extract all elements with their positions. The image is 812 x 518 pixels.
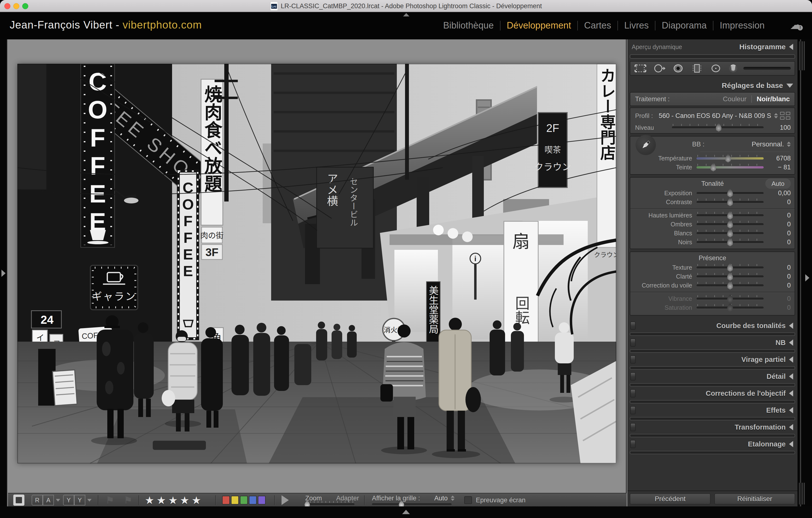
panel-collapse-icon[interactable] <box>789 407 793 414</box>
panel-split-toning[interactable]: Virage partiel <box>627 353 798 366</box>
dehaze-slider-handle[interactable] <box>727 281 733 290</box>
module-diaporama[interactable]: Diaporama <box>656 20 713 31</box>
panel-collapse-icon[interactable] <box>789 356 793 363</box>
panel-collapse-icon[interactable] <box>789 441 793 447</box>
soft-proofing-control[interactable]: Epreuvage écran <box>464 493 526 507</box>
window-titlebar[interactable]: Lrc LR-CLASSIC_CatMBP_2020.lrcat - Adobe… <box>0 0 812 12</box>
panel-grip-bottom[interactable] <box>799 483 805 505</box>
histogram-panel-header[interactable]: Aperçu dynamique Histogramme <box>627 39 798 53</box>
highlights-slider[interactable]: Hautes lumières 0 <box>630 211 794 220</box>
shadows-slider-handle[interactable] <box>727 220 733 228</box>
impromptu-slideshow-button[interactable] <box>282 493 289 507</box>
basic-panel-header[interactable]: Réglages de base <box>627 78 798 92</box>
shadows-value[interactable]: 0 <box>765 221 791 228</box>
panel-grip-top[interactable] <box>799 41 805 70</box>
color-label-blue[interactable] <box>249 496 257 505</box>
color-label-purple[interactable] <box>258 496 266 505</box>
color-label-red[interactable] <box>222 496 230 505</box>
temperature-slider[interactable]: Température 6708 <box>630 154 794 163</box>
whites-slider-handle[interactable] <box>727 229 733 238</box>
module-impression[interactable]: Impression <box>714 20 771 31</box>
dehaze-value[interactable]: 0 <box>765 282 791 289</box>
module-cartes[interactable]: Cartes <box>578 20 617 31</box>
profile-browser-icon[interactable] <box>780 112 790 120</box>
blacks-value[interactable]: 0 <box>765 239 791 246</box>
star-rating[interactable]: ★★★★★ <box>145 493 203 507</box>
panel-detail[interactable]: Détail <box>627 370 798 383</box>
auto-tone-button[interactable]: Auto <box>765 179 791 189</box>
panel-lens-corrections[interactable]: Corrections de l'objectif <box>627 387 798 400</box>
amount-slider[interactable]: Niveau 100 <box>630 122 794 133</box>
dehaze-slider[interactable]: Correction du voile 0 <box>630 281 794 290</box>
panel-calibration[interactable]: Etalonnage <box>627 437 798 451</box>
panel-toggle-icon[interactable] <box>630 406 636 414</box>
temperature-value[interactable]: 6708 <box>765 155 791 162</box>
shadows-slider[interactable]: Ombres 0 <box>630 220 794 229</box>
expand-left-panel-icon[interactable] <box>1 270 5 277</box>
graduated-filter-tool-icon[interactable] <box>691 63 703 74</box>
panel-toggle-icon[interactable] <box>630 389 636 397</box>
profile-value[interactable]: 560 - Canon EOS 6D Any - N&B 009 S <box>659 112 771 120</box>
panel-tone-curve[interactable]: Courbe des tonalités <box>627 319 798 332</box>
texture-slider-track[interactable] <box>696 267 764 269</box>
histogram-collapsed-strip[interactable] <box>630 54 795 59</box>
right-panel-edge[interactable] <box>798 39 812 507</box>
zoom-slider-track[interactable] <box>305 503 354 506</box>
whites-slider-track[interactable] <box>696 232 764 235</box>
photo-preview[interactable]: FEE SHOP COFFEE COFFEE 焼 <box>18 64 616 463</box>
tint-value[interactable]: − 81 <box>765 163 791 171</box>
exposure-slider-handle[interactable] <box>727 189 733 197</box>
panel-toggle-icon[interactable] <box>630 372 636 380</box>
treatment-color-option[interactable]: Couleur <box>723 95 747 103</box>
color-label-green[interactable] <box>240 496 248 505</box>
panel-toggle-icon[interactable] <box>630 423 636 431</box>
highlights-value[interactable]: 0 <box>765 212 791 219</box>
amount-slider-handle[interactable] <box>716 123 722 132</box>
clarity-value[interactable]: 0 <box>765 273 791 280</box>
radial-filter-tool-icon[interactable] <box>709 63 722 74</box>
panel-transform[interactable]: Transformation <box>627 420 798 434</box>
texture-value[interactable]: 0 <box>765 264 791 271</box>
after-view-y[interactable]: Y <box>74 495 85 506</box>
treatment-bw-option[interactable]: Noir/blanc <box>757 95 790 103</box>
contrast-slider[interactable]: Contraste 0 <box>630 197 794 207</box>
panel-collapse-icon[interactable] <box>789 390 793 396</box>
exposure-slider-track[interactable] <box>696 192 764 194</box>
profile-stepper-icon[interactable] <box>774 113 778 118</box>
blacks-slider-track[interactable] <box>696 241 764 244</box>
temperature-slider-handle[interactable] <box>725 154 731 162</box>
texture-slider-handle[interactable] <box>727 263 733 272</box>
amount-value[interactable]: 100 <box>765 124 791 131</box>
texture-slider[interactable]: Texture 0 <box>630 263 794 272</box>
before-view-y[interactable]: Y <box>63 495 74 506</box>
amount-slider-track[interactable] <box>672 126 764 129</box>
before-after-dropdown-icon[interactable] <box>87 499 92 501</box>
spot-removal-tool-icon[interactable] <box>653 63 666 74</box>
cloud-sync-icon[interactable]: ☁! <box>790 18 802 31</box>
tint-slider-track[interactable] <box>696 166 764 169</box>
panel-toggle-icon[interactable] <box>630 440 636 448</box>
loupe-view-button[interactable] <box>13 493 24 507</box>
previous-button[interactable]: Précédent <box>630 493 710 505</box>
shadows-slider-track[interactable] <box>696 223 764 226</box>
histogram-collapse-icon[interactable] <box>789 44 793 50</box>
white-balance-dropper[interactable] <box>636 135 656 155</box>
dehaze-slider-track[interactable] <box>696 284 764 287</box>
color-label-yellow[interactable] <box>231 496 239 505</box>
whites-slider[interactable]: Blancs 0 <box>630 229 794 238</box>
smart-preview-status[interactable]: Aperçu dynamique <box>632 43 682 51</box>
panel-bw[interactable]: NB <box>627 336 798 349</box>
left-panel-collapsed-strip[interactable] <box>0 39 7 507</box>
contrast-value[interactable]: 0 <box>765 199 791 206</box>
module-bibliotheque[interactable]: Bibliothèque <box>437 20 500 31</box>
filmstrip-collapsed-strip[interactable] <box>0 507 812 518</box>
module-livres[interactable]: Livres <box>618 20 655 31</box>
blacks-slider[interactable]: Noirs 0 <box>630 238 794 247</box>
grid-slider-track[interactable] <box>372 503 452 506</box>
soft-proofing-checkbox[interactable] <box>464 496 472 504</box>
crop-tool-icon[interactable] <box>634 63 647 74</box>
color-label-buttons[interactable] <box>222 493 267 507</box>
wb-value[interactable]: Personnal. <box>752 141 784 148</box>
panel-collapse-icon[interactable] <box>789 424 793 430</box>
tint-slider[interactable]: Teinte − 81 <box>630 163 794 172</box>
